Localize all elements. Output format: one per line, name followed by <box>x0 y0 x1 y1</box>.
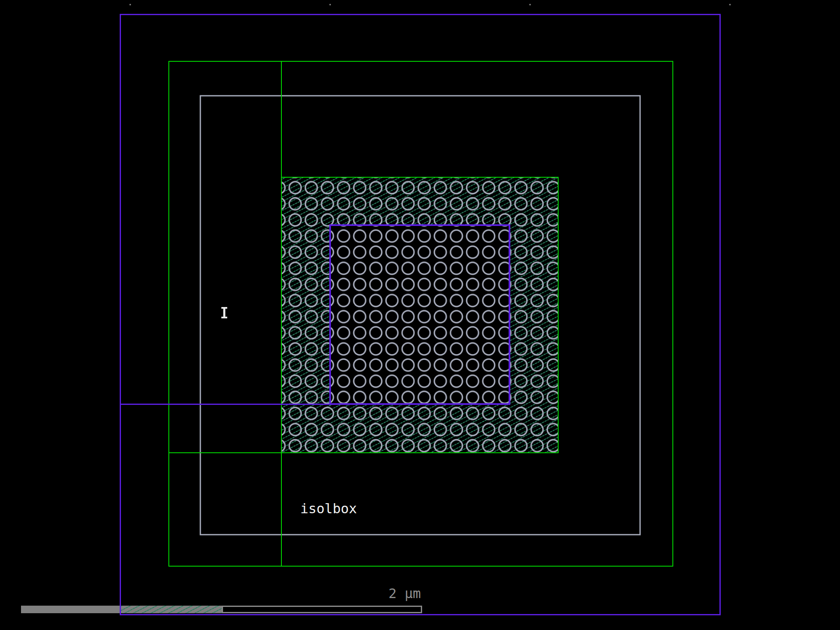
scale-bar-label: 2 µm <box>388 585 421 601</box>
layout-canvas[interactable]: isolbox 2 µm <box>0 0 840 630</box>
isolation-opening[interactable] <box>330 225 509 404</box>
grid-dot <box>730 4 731 5</box>
grid-dot <box>530 4 531 5</box>
scale-bar-hatch-overlay <box>121 606 222 613</box>
cell-label: isolbox <box>300 501 357 517</box>
grid-dot <box>330 4 331 5</box>
grid-dot <box>130 4 131 5</box>
